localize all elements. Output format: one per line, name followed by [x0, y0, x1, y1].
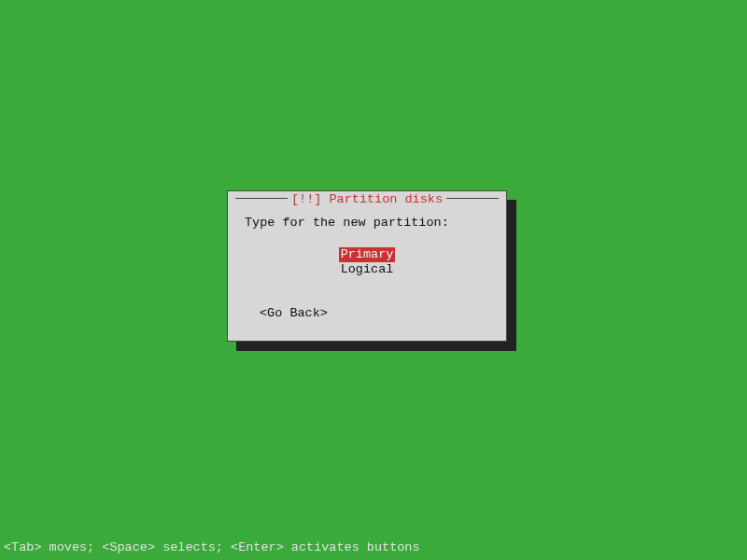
dialog-prompt: Type for the new partition:: [245, 216, 449, 230]
option-logical[interactable]: Logical: [339, 262, 396, 277]
dialog-title: [!!] Partition disks: [288, 192, 446, 206]
go-back-button[interactable]: <Go Back>: [260, 306, 328, 320]
option-primary[interactable]: Primary: [339, 247, 396, 262]
partition-type-options: Primary Logical: [228, 247, 506, 277]
keyboard-hint: <Tab> moves; <Space> selects; <Enter> ac…: [4, 540, 420, 554]
partition-type-dialog: [!!] Partition disks Type for the new pa…: [227, 190, 507, 342]
